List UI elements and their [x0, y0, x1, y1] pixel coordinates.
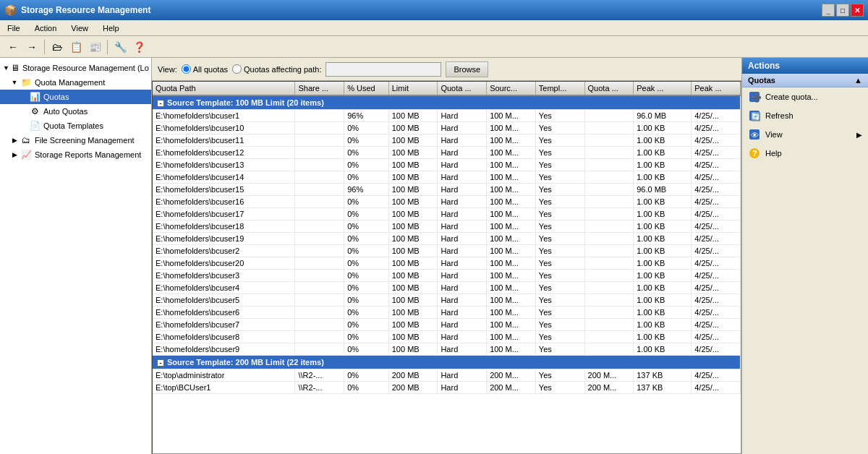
- action-create-quota[interactable]: ➕ Create quota...: [742, 87, 868, 106]
- table-cell: 0%: [344, 307, 389, 319]
- table-cell: 1.00 KB: [634, 307, 692, 319]
- browse-button[interactable]: Browse: [446, 61, 488, 77]
- path-input[interactable]: [326, 62, 441, 77]
- menu-help[interactable]: Help: [98, 22, 124, 34]
- table-cell: 4/25/...: [692, 270, 741, 282]
- col-quota2[interactable]: Quota ...: [584, 82, 634, 95]
- table-cell: 200 M...: [584, 382, 634, 394]
- table-row[interactable]: E:\homefolders\bcuser160%100 MBHard100 M…: [153, 196, 741, 208]
- table-cell: 0%: [344, 196, 389, 208]
- table-cell: Hard: [438, 147, 487, 159]
- table-row[interactable]: E:\homefolders\bcuser110%100 MBHard100 M…: [153, 134, 741, 147]
- table-row[interactable]: E:\homefolders\bcuser196%100 MBHard100 M…: [153, 110, 741, 122]
- table-cell: [584, 245, 634, 257]
- table-cell: [584, 159, 634, 171]
- table-cell: [295, 159, 344, 171]
- col-peak2[interactable]: Peak ...: [692, 82, 741, 95]
- radio-quotas-path[interactable]: Quotas affecting path:: [232, 64, 321, 74]
- table-row[interactable]: E:\homefolders\bcuser190%100 MBHard100 M…: [153, 233, 741, 245]
- toolbar-copy-btn[interactable]: 📋: [67, 38, 85, 56]
- table-cell: 100 MB: [388, 220, 438, 233]
- table-cell: [584, 233, 634, 245]
- tree-item-root[interactable]: ▼ 🖥 Storage Resource Management (Lo: [0, 61, 151, 75]
- col-quota-path[interactable]: Quota Path: [153, 82, 295, 95]
- table-cell: 100 MB: [388, 159, 438, 171]
- table-row[interactable]: E:\homefolders\bcuser20%100 MBHard100 M.…: [153, 245, 741, 257]
- toolbar-settings-btn[interactable]: 🔧: [111, 38, 129, 56]
- table-cell: 100 MB: [388, 208, 438, 220]
- action-refresh[interactable]: 🔄 Refresh: [742, 106, 868, 125]
- table-row[interactable]: E:\homefolders\bcuser50%100 MBHard100 M.…: [153, 294, 741, 307]
- table-row[interactable]: E:\homefolders\bcuser40%100 MBHard100 M.…: [153, 282, 741, 294]
- col-limit[interactable]: Limit: [388, 82, 438, 95]
- group-header-row: -Source Template: 100 MB Limit (20 items…: [153, 95, 741, 110]
- table-row[interactable]: E:\top\administrator\\R2-...0%200 MBHard…: [153, 369, 741, 382]
- table-cell: 0%: [344, 343, 389, 356]
- table-row[interactable]: E:\homefolders\bcuser140%100 MBHard100 M…: [153, 171, 741, 184]
- table-row[interactable]: E:\homefolders\bcuser80%100 MBHard100 M.…: [153, 331, 741, 343]
- col-quota-type[interactable]: Quota ...: [438, 82, 487, 95]
- back-button[interactable]: ←: [4, 38, 22, 56]
- table-row[interactable]: E:\homefolders\bcuser30%100 MBHard100 M.…: [153, 270, 741, 282]
- table-cell: 100 MB: [388, 245, 438, 257]
- table-row[interactable]: E:\homefolders\bcuser100%100 MBHard100 M…: [153, 122, 741, 134]
- minimize-button[interactable]: _: [822, 4, 835, 17]
- table-cell: Hard: [438, 184, 487, 196]
- tree-item-quota-mgmt[interactable]: ▼ 📁 Quota Management: [0, 75, 151, 90]
- menu-file[interactable]: File: [3, 22, 25, 34]
- tree-item-storage-reports[interactable]: ▶ 📈 Storage Reports Management: [0, 147, 151, 162]
- close-button[interactable]: ✕: [851, 4, 864, 17]
- table-row[interactable]: E:\homefolders\bcuser70%100 MBHard100 M.…: [153, 319, 741, 331]
- menu-action[interactable]: Action: [30, 22, 61, 34]
- table-row[interactable]: E:\homefolders\bcuser120%100 MBHard100 M…: [153, 147, 741, 159]
- table-cell: 200 M...: [487, 369, 536, 382]
- table-cell: Hard: [438, 134, 487, 147]
- table-cell: 0%: [344, 270, 389, 282]
- table-row[interactable]: E:\homefolders\bcuser60%100 MBHard100 M.…: [153, 307, 741, 319]
- tree-item-auto-quotas[interactable]: ⚙ Auto Quotas: [0, 104, 151, 119]
- table-cell: Hard: [438, 331, 487, 343]
- table-row[interactable]: E:\homefolders\bcuser180%100 MBHard100 M…: [153, 220, 741, 233]
- forward-button[interactable]: →: [23, 38, 41, 56]
- col-pct-used[interactable]: % Used: [344, 82, 389, 95]
- toolbar-help-btn[interactable]: ❓: [130, 38, 148, 56]
- storage-reports-icon: 📈: [20, 149, 32, 160]
- quota-table-container[interactable]: Quota Path Share ... % Used Limit Quota …: [152, 81, 741, 454]
- radio-all-quotas[interactable]: All quotas: [182, 64, 228, 74]
- action-help[interactable]: ? Help: [742, 144, 868, 163]
- table-cell: [295, 196, 344, 208]
- table-cell: Yes: [535, 382, 584, 394]
- restore-button[interactable]: □: [836, 4, 849, 17]
- menu-view[interactable]: View: [67, 22, 93, 34]
- table-row[interactable]: E:\top\BCUser1\\R2-...0%200 MBHard200 M.…: [153, 382, 741, 394]
- col-template[interactable]: Templ...: [535, 82, 584, 95]
- radio-quotas-path-input[interactable]: [232, 64, 242, 74]
- table-row[interactable]: E:\homefolders\bcuser130%100 MBHard100 M…: [153, 159, 741, 171]
- table-cell: [295, 331, 344, 343]
- table-cell: E:\homefolders\bcuser16: [153, 196, 295, 208]
- table-cell: 1.00 KB: [634, 134, 692, 147]
- help-icon: ?: [748, 147, 761, 160]
- table-row[interactable]: E:\homefolders\bcuser1596%100 MBHard100 …: [153, 184, 741, 196]
- toolbar-folder-btn[interactable]: 🗁: [48, 38, 66, 56]
- toolbar-report-btn[interactable]: 📰: [86, 38, 103, 56]
- tree-item-quotas[interactable]: 📊 Quotas: [0, 90, 151, 104]
- table-cell: 0%: [344, 245, 389, 257]
- table-row[interactable]: E:\homefolders\bcuser170%100 MBHard100 M…: [153, 208, 741, 220]
- tree-item-file-screening[interactable]: ▶ 🗂 File Screening Management: [0, 133, 151, 147]
- table-cell: 100 M...: [487, 147, 536, 159]
- tree-item-quota-templates[interactable]: 📄 Quota Templates: [0, 119, 151, 133]
- col-share[interactable]: Share ...: [295, 82, 344, 95]
- col-peak[interactable]: Peak ...: [634, 82, 692, 95]
- table-cell: 1.00 KB: [634, 233, 692, 245]
- actions-section-quotas[interactable]: Quotas ▲: [742, 74, 868, 87]
- col-source[interactable]: Sourc...: [487, 82, 536, 95]
- table-row[interactable]: E:\homefolders\bcuser90%100 MBHard100 M.…: [153, 343, 741, 356]
- radio-all-quotas-input[interactable]: [182, 64, 191, 74]
- action-view[interactable]: 👁 View ▶: [742, 125, 868, 144]
- table-cell: 1.00 KB: [634, 343, 692, 356]
- table-cell: 1.00 KB: [634, 331, 692, 343]
- table-cell: Yes: [535, 282, 584, 294]
- table-row[interactable]: E:\homefolders\bcuser200%100 MBHard100 M…: [153, 257, 741, 270]
- table-cell: 100 M...: [487, 343, 536, 356]
